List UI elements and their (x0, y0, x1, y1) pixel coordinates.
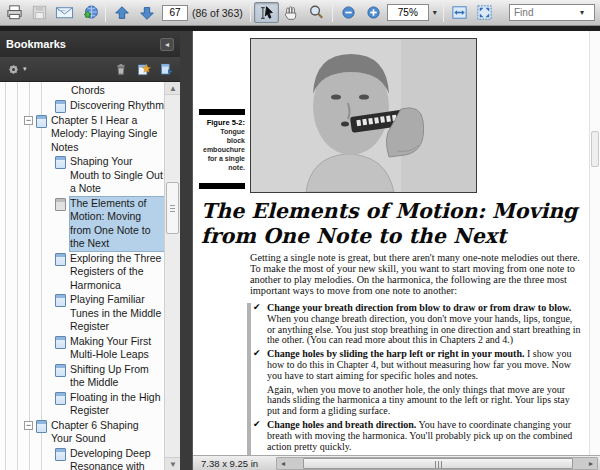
bookmark-page-icon (55, 156, 66, 169)
bullet-text: When you change breath direction, you do… (267, 313, 581, 346)
bullet-lead: Change holes by sliding the harp left or… (267, 348, 524, 359)
zoom-dropdown-caret-icon[interactable]: ▾ (430, 8, 440, 17)
list-item: ✔ Change holes by sliding the harp left … (253, 349, 581, 381)
bookmark-item[interactable]: Shaping Your Mouth to Single Out a Note (0, 155, 164, 196)
select-tool-button[interactable] (254, 2, 279, 23)
bookmark-label[interactable]: Chapter 5 I Hear a Melody: Playing Singl… (51, 114, 161, 155)
bookmark-item[interactable]: Making Your First Multi-Hole Leaps (0, 335, 164, 362)
bookmark-label[interactable]: Floating in the High Register (70, 391, 164, 418)
sidebar-scrollbar-thumb[interactable] (166, 182, 179, 234)
bookmark-item[interactable]: Playing Familiar Tunes in the Middle Reg… (0, 293, 164, 334)
zoom-in-button[interactable] (361, 2, 386, 23)
find-input[interactable] (510, 7, 580, 18)
horizontal-scrollbar[interactable]: ◂ ▸ (276, 457, 598, 470)
bookmark-label[interactable]: Chapter 6 Shaping Your Sound (51, 419, 161, 446)
hand-tool-button[interactable] (279, 2, 304, 23)
bookmark-item[interactable]: Developing Deep Resonance with Your Air … (0, 447, 164, 470)
bookmark-item[interactable]: The Elements of Motion: Moving from One … (0, 197, 164, 251)
zoom-out-button[interactable] (336, 2, 361, 23)
bookmark-item[interactable]: Chords (0, 84, 164, 98)
find-dropdown-caret-icon[interactable]: ▾ (580, 8, 587, 17)
fit-page-button[interactable] (472, 2, 497, 23)
bookmark-label[interactable]: The Elements of Motion: Moving from One … (70, 197, 164, 251)
panel-splitter[interactable] (180, 31, 193, 470)
bookmark-label[interactable]: Making Your First Multi-Hole Leaps (70, 335, 164, 362)
body-paragraph: Again, when you move to another hole, th… (253, 385, 581, 417)
document-scrollbar[interactable] (589, 31, 600, 455)
caption-line: note. (199, 163, 245, 172)
list-item: ✔ Change your breath direction from blow… (253, 303, 581, 346)
find-box: ▾ (509, 4, 595, 21)
check-bullet-icon: ✔ (253, 419, 261, 430)
document-scrollbar-thumb[interactable] (591, 131, 599, 167)
fit-width-button[interactable] (447, 2, 472, 23)
bookmark-label[interactable]: Playing Familiar Tunes in the Middle Reg… (70, 293, 164, 334)
bookmark-label[interactable]: Shaping Your Mouth to Single Out a Note (70, 155, 164, 196)
gear-icon (6, 62, 21, 77)
upload-web-button[interactable] (77, 2, 102, 23)
printer-icon (5, 3, 24, 22)
scroll-up-icon[interactable]: ▲ (165, 82, 181, 95)
list-item: ✔ Change holes and breath direction. You… (253, 420, 581, 452)
check-bullet-icon: ✔ (253, 302, 261, 313)
marquee-zoom-button[interactable] (304, 2, 329, 23)
fit-page-icon (475, 3, 494, 22)
bookmark-item[interactable]: Floating in the High Register (0, 391, 164, 418)
gear-dropdown-caret-icon: ▾ (23, 65, 27, 73)
horizontal-scrollbar-thumb[interactable] (303, 458, 573, 469)
bookmark-page-icon (55, 100, 66, 113)
caption-line: embouchure (199, 145, 245, 154)
section-heading: The Elements of Motion: Moving from One … (201, 199, 591, 249)
bullet-lead: Change holes and breath direction. (267, 419, 416, 430)
print-button[interactable] (2, 2, 27, 23)
new-bookmark-button[interactable] (136, 62, 151, 77)
collapse-panel-button[interactable]: ◂ (160, 38, 174, 51)
bookmark-item[interactable]: Shifting Up From the Middle (0, 363, 164, 390)
bookmark-label[interactable]: Chords (71, 84, 164, 98)
zoom-level-select[interactable]: 75% (387, 4, 429, 21)
figure-photo (250, 38, 477, 193)
bookmark-label[interactable]: Discovering Rhythm (70, 99, 164, 113)
page-number-input[interactable] (162, 5, 188, 21)
scroll-right-icon[interactable]: ▸ (585, 458, 597, 469)
caption-top-bar (199, 109, 245, 115)
bookmark-item[interactable]: −Chapter 6 Shaping Your Sound (0, 419, 164, 446)
sidebar-scrollbar[interactable]: ▲ ▼ (164, 82, 180, 470)
save-button[interactable] (27, 2, 52, 23)
bookmarks-panel: Bookmarks ◂ ▾ ChordsDiscovering Rhythm−C… (0, 31, 180, 470)
expander-minus-icon[interactable]: − (24, 421, 33, 430)
scroll-left-icon[interactable]: ◂ (277, 458, 289, 469)
bookmark-label[interactable]: Exploring the Three Registers of the Har… (70, 252, 164, 293)
bullet-list: ✔ Change your breath direction from blow… (247, 303, 581, 455)
arrow-up-icon (113, 4, 131, 22)
delete-bookmark-button[interactable] (114, 62, 128, 77)
bookmark-item[interactable]: Discovering Rhythm (0, 99, 164, 113)
email-button[interactable] (52, 2, 77, 23)
zoom-level-value: 75% (398, 7, 418, 18)
bookmarks-panel-header: Bookmarks ◂ (0, 31, 180, 57)
options-menu-button[interactable]: ▾ (6, 62, 27, 77)
bookmark-page-icon (55, 448, 66, 461)
expand-current-bookmark-button[interactable] (159, 62, 174, 77)
bookmark-item[interactable]: −Chapter 5 I Hear a Melody: Playing Sing… (0, 114, 164, 155)
toolbar-separator (332, 4, 333, 22)
status-bar: 7.38 x 9.25 in ◂ ▸ (193, 455, 600, 470)
email-icon (54, 3, 75, 22)
bookmark-page-icon (55, 364, 66, 377)
fit-width-icon (450, 3, 469, 22)
bookmarks-toolbar: ▾ (0, 57, 180, 82)
next-page-button[interactable] (134, 2, 159, 23)
bookmark-label[interactable]: Shifting Up From the Middle (70, 363, 164, 390)
caption-line: Tongue (199, 127, 245, 136)
previous-page-button[interactable] (109, 2, 134, 23)
bullet-lead: Change your breath direction from blow t… (267, 302, 571, 313)
arrow-down-icon (138, 4, 156, 22)
scroll-down-icon[interactable]: ▼ (165, 457, 181, 470)
bookmark-item[interactable]: Exploring the Three Registers of the Har… (0, 252, 164, 293)
page-count-label: (86 of 363) (192, 7, 243, 19)
zoom-in-icon (365, 4, 382, 21)
bookmark-label[interactable]: Developing Deep Resonance with Your Air … (70, 447, 164, 470)
expander-minus-icon[interactable]: − (24, 116, 33, 125)
caption-line: for a single (199, 154, 245, 163)
panel-title: Bookmarks (6, 38, 66, 50)
